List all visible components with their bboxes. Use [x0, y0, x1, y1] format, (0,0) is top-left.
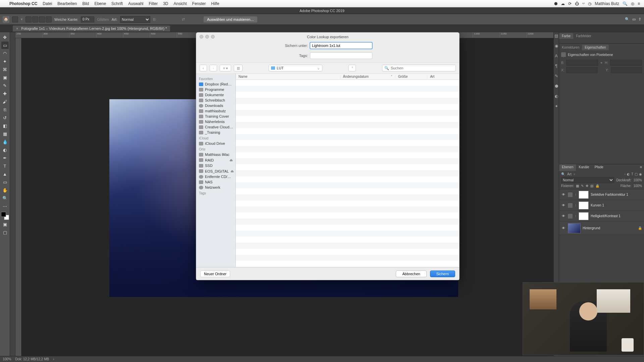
menu-datei[interactable]: Datei: [40, 1, 55, 6]
app-name[interactable]: Photoshop CC: [7, 1, 40, 6]
panel-menu-icon[interactable]: ≡: [637, 164, 644, 171]
lock-icon[interactable]: 🔒: [638, 226, 642, 230]
menu-bearbeiten[interactable]: Bearbeiten: [55, 1, 79, 6]
collapsed-panel-left[interactable]: [10, 32, 15, 356]
lock-icon[interactable]: ▤: [590, 184, 593, 188]
sidebar-item[interactable]: EOS_DIGITAL⏏: [196, 168, 235, 174]
sidebar-item[interactable]: Creative Cloud…: [196, 124, 235, 130]
art-select[interactable]: Normal: [120, 16, 150, 23]
menu-filter[interactable]: Filter: [146, 1, 160, 6]
filter-icon[interactable]: ◉: [639, 172, 642, 176]
status-icon[interactable]: ⏻: [575, 1, 579, 6]
width-field[interactable]: [566, 60, 598, 66]
dodge-tool[interactable]: ◐: [1, 146, 9, 154]
panel-icon[interactable]: A: [555, 54, 557, 58]
tool-preset[interactable]: [12, 16, 18, 22]
siri-icon[interactable]: ◎: [631, 1, 634, 6]
type-tool[interactable]: T: [1, 162, 9, 170]
tab-pfade[interactable]: Pfade: [592, 164, 606, 171]
layer-row[interactable]: 👁 ⁞ Helligkeit/Kontrast 1: [559, 211, 644, 222]
menu-fenster[interactable]: Fenster: [190, 1, 209, 6]
sidebar-item[interactable]: Schreibtisch: [196, 98, 235, 103]
marquee-tool[interactable]: ▭: [1, 42, 9, 49]
crop-tool[interactable]: ⌘: [1, 66, 9, 73]
visibility-icon[interactable]: 👁: [561, 203, 566, 207]
search-icon[interactable]: 🔍: [625, 17, 630, 21]
sidebar-item[interactable]: SSD: [196, 163, 235, 168]
status-icon[interactable]: ☁: [561, 1, 565, 6]
eraser-tool[interactable]: ◧: [1, 122, 9, 129]
hand-tool[interactable]: ✋: [1, 186, 9, 194]
home-icon[interactable]: 🏠: [3, 16, 9, 23]
status-icon[interactable]: ⟳: [568, 1, 572, 6]
new-folder-button[interactable]: Neuer Ordner: [200, 270, 230, 277]
quickmask-tool[interactable]: ▣: [1, 221, 9, 228]
selection-subtract[interactable]: [39, 16, 45, 22]
lasso-tool[interactable]: ◠: [1, 50, 9, 57]
document-tab[interactable]: × Fotografie 1x1 – Videokurs Fotografier…: [13, 25, 170, 32]
doc-size[interactable]: Dok: 12,2 MB/12,2 MB: [15, 357, 49, 361]
visibility-icon[interactable]: 👁: [561, 226, 566, 230]
wifi-icon[interactable]: ⌔: [582, 1, 585, 6]
lock-icon[interactable]: 🔒: [595, 184, 599, 188]
feather-input[interactable]: [81, 16, 94, 22]
share-icon[interactable]: ⇪: [638, 17, 641, 21]
selection-new[interactable]: [25, 16, 32, 22]
clone-tool[interactable]: ⎘: [1, 106, 9, 113]
menu-auswahl[interactable]: Auswahl: [125, 1, 146, 6]
move-tool[interactable]: ✥: [1, 34, 9, 41]
layer-row[interactable]: 👁 Hintergrund 🔒: [559, 222, 644, 235]
layer-mask[interactable]: [579, 201, 589, 209]
eyedropper-tool[interactable]: ✎: [1, 82, 9, 89]
filter-icon[interactable]: ▢: [635, 172, 638, 176]
selection-intersect[interactable]: [46, 16, 52, 22]
filter-icon[interactable]: ◐: [627, 172, 630, 176]
status-icon[interactable]: ⬢: [554, 1, 557, 6]
panel-icon[interactable]: ¶: [555, 64, 557, 68]
filter-icon[interactable]: T: [631, 172, 633, 176]
nav-back-button[interactable]: ‹: [200, 65, 207, 71]
layer-thumb[interactable]: [568, 223, 581, 233]
lock-icon[interactable]: ✥: [586, 184, 588, 188]
layer-mask[interactable]: [579, 191, 589, 199]
select-and-mask-button[interactable]: Auswählen und maskieren…: [204, 16, 257, 22]
eject-icon[interactable]: ⏏: [230, 169, 234, 173]
sidebar-item[interactable]: NAS: [196, 179, 235, 185]
shape-tool[interactable]: ▭: [1, 178, 9, 186]
panel-icon[interactable]: ⬢: [555, 84, 558, 88]
link-icon[interactable]: ⁞: [575, 203, 577, 207]
tab-farbfelder[interactable]: Farbfelder: [573, 33, 594, 39]
blend-mode-select[interactable]: Normal: [561, 177, 614, 183]
notifications-icon[interactable]: ≡: [638, 1, 640, 6]
eject-icon[interactable]: ⏏: [229, 158, 233, 162]
height-field[interactable]: [610, 60, 642, 66]
view-mode-button[interactable]: ≡ ▾: [220, 65, 231, 71]
sidebar-item[interactable]: RAID⏏: [196, 157, 235, 163]
frame-tool[interactable]: ▣: [1, 74, 9, 81]
history-brush-tool[interactable]: ↺: [1, 114, 9, 121]
close-icon[interactable]: ×: [16, 26, 18, 31]
location-select[interactable]: LUT ⌄: [269, 65, 322, 71]
heal-tool[interactable]: ✚: [1, 90, 9, 97]
menu-schrift[interactable]: Schrift: [109, 1, 125, 6]
layer-name[interactable]: Hintergrund: [583, 226, 600, 230]
zoom-tool[interactable]: 🔍: [1, 194, 9, 202]
menu-ebene[interactable]: Ebene: [92, 1, 109, 6]
tab-ebenen[interactable]: Ebenen: [559, 164, 576, 171]
menu-bild[interactable]: Bild: [79, 1, 92, 6]
selection-add[interactable]: [32, 16, 38, 22]
sidebar-item[interactable]: Entfernte CD/…: [196, 174, 235, 179]
lock-icon[interactable]: ▦: [576, 184, 579, 188]
gradient-tool[interactable]: ▦: [1, 130, 9, 137]
group-button[interactable]: ▥: [234, 65, 243, 71]
tab-farbe[interactable]: Farbe: [559, 33, 573, 39]
chevron-right-icon[interactable]: ›: [53, 357, 54, 361]
path-select-tool[interactable]: ▲: [1, 170, 9, 178]
sidebar-item[interactable]: matthiasbutz: [196, 108, 235, 114]
sidebar-item[interactable]: Näherlebnis: [196, 119, 235, 124]
menu-ansicht[interactable]: Ansicht: [171, 1, 190, 6]
panel-icon[interactable]: ✦: [555, 104, 558, 109]
y-field[interactable]: [611, 67, 642, 73]
layer-mask[interactable]: [579, 212, 589, 220]
user-name[interactable]: Matthias Butz: [595, 1, 619, 6]
